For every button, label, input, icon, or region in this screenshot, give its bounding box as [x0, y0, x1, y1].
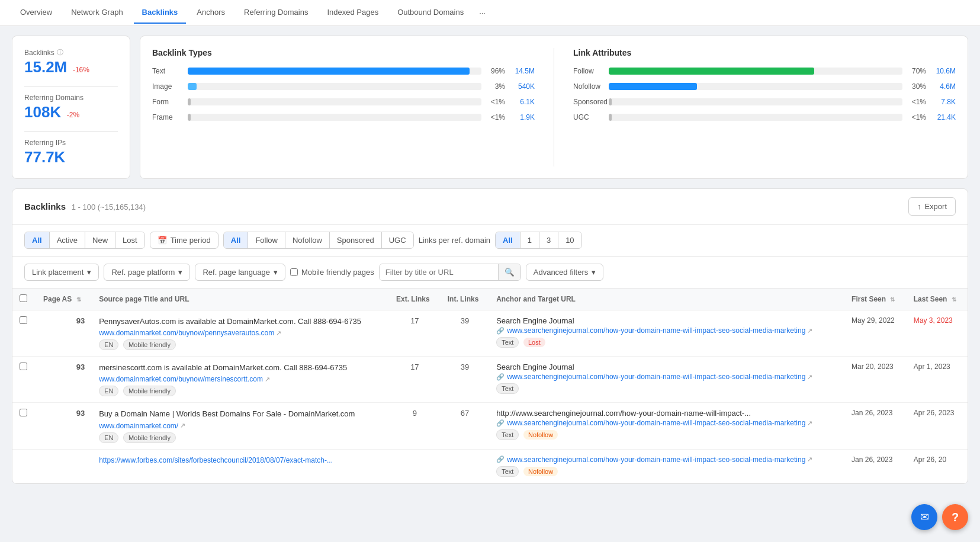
advanced-filters-btn[interactable]: Advanced filters ▾ [526, 264, 604, 281]
search-button[interactable]: 🔍 [498, 264, 520, 280]
backlink-type-image: Image 3% 540K [152, 82, 535, 91]
anchor-tag-text-3: Text [496, 429, 519, 440]
backlinks-change: -16% [73, 66, 89, 74]
external-link-icon-5: ↗ [180, 422, 185, 429]
lpd-filter-group: All 1 3 10 [495, 232, 582, 249]
filters-row-2: Link placement ▾ Ref. page platform ▾ Re… [12, 256, 968, 288]
int-links-4 [441, 449, 489, 483]
backlink-types-section: Backlink Types Text 96% 14.5M Image 3% 5… [152, 48, 535, 166]
nav-item-network-graph[interactable]: Network Graph [63, 2, 131, 24]
anchor-tag-lost-1: Lost [523, 338, 545, 347]
chevron-down-icon-2: ▾ [178, 268, 182, 277]
table-title: Backlinks [24, 201, 66, 211]
source-cell-1: PennysaverAutos.com is available at Doma… [92, 310, 389, 357]
nav-item-referring-domains[interactable]: Referring Domains [236, 2, 316, 24]
anchor-url-3[interactable]: www.searchenginejournal.com/how-your-dom… [507, 419, 812, 427]
lpd-3-btn[interactable]: 3 [539, 232, 558, 248]
time-period-btn[interactable]: 📅 Time period [150, 232, 219, 249]
sort-icon-first: ⇅ [890, 296, 895, 303]
attr-nofollow-btn[interactable]: Nofollow [285, 232, 330, 248]
tag-mobile-2: Mobile friendly [123, 386, 176, 396]
nav-more-button[interactable]: ··· [474, 2, 490, 23]
tag-en-1: EN [99, 339, 118, 350]
tag-en-2: EN [99, 386, 118, 396]
anchor-url-4[interactable]: www.searchenginejournal.com/how-your-dom… [507, 456, 812, 464]
filters-row: All Active New Lost 📅 Time period All Fo… [12, 225, 968, 256]
row-checkbox-1[interactable] [20, 316, 27, 324]
search-wrapper: 🔍 [379, 264, 521, 281]
links-per-domain-label: Links per ref. domain [419, 236, 490, 245]
filter-new-btn[interactable]: New [85, 232, 115, 248]
attr-ugc-btn[interactable]: UGC [382, 232, 413, 248]
search-input[interactable] [380, 264, 498, 280]
sort-icon-last: ⇅ [952, 296, 956, 303]
col-last-seen[interactable]: Last Seen ⇅ [907, 288, 968, 310]
lpd-all-btn[interactable]: All [496, 232, 520, 248]
source-cell-4: https://www.forbes.com/sites/forbestechc… [92, 449, 389, 483]
charts-card: Backlink Types Text 96% 14.5M Image 3% 5… [140, 36, 968, 179]
source-url-3[interactable]: www.domainmarket.com/ ↗ [99, 422, 185, 430]
type-filter-group: All Active New Lost [24, 232, 145, 249]
lpd-1-btn[interactable]: 1 [520, 232, 539, 248]
mobile-friendly-checkbox[interactable] [290, 268, 298, 276]
nav-item-backlinks[interactable]: Backlinks [134, 2, 187, 24]
table-row: 93 PennysaverAutos.com is available at D… [12, 310, 968, 357]
external-link-icon-7: ↗ [807, 456, 812, 463]
attr-sponsored-btn[interactable]: Sponsored [330, 232, 382, 248]
chevron-down-icon: ▾ [87, 268, 91, 277]
ext-links-4 [389, 449, 441, 483]
filter-active-btn[interactable]: Active [50, 232, 85, 248]
nav-item-anchors[interactable]: Anchors [188, 2, 233, 24]
anchor-tag-text-2: Text [496, 383, 519, 394]
last-seen-3: Apr 26, 2023 [907, 403, 968, 449]
export-button[interactable]: ↑ Export [908, 197, 956, 216]
link-placement-dropdown[interactable]: Link placement ▾ [24, 264, 99, 281]
mobile-friendly-checkbox-label[interactable]: Mobile friendly pages [290, 268, 374, 277]
ref-platform-dropdown[interactable]: Ref. page platform ▾ [104, 264, 190, 281]
external-link-icon-3: ↗ [265, 376, 270, 383]
anchor-cell-2: Search Engine Journal 🔗 www.searchengine… [489, 357, 844, 403]
row-checkbox-3[interactable] [20, 409, 27, 416]
last-seen-2: Apr 1, 2023 [907, 357, 968, 403]
export-label: Export [924, 202, 947, 211]
source-url-2[interactable]: www.domainmarket.com/buynow/mersinescort… [99, 375, 270, 383]
backlink-types-title: Backlink Types [152, 48, 535, 57]
lpd-10-btn[interactable]: 10 [558, 232, 581, 248]
filter-lost-btn[interactable]: Lost [115, 232, 144, 248]
last-seen-4: Apr 26, 20 [907, 449, 968, 483]
attr-follow-btn[interactable]: Follow [248, 232, 285, 248]
col-page-as[interactable]: Page AS ⇅ [36, 288, 92, 310]
referring-domains-value: 108K [24, 103, 61, 121]
int-links-3: 67 [441, 403, 489, 449]
nav-item-overview[interactable]: Overview [12, 2, 60, 24]
backlinks-table-card: Backlinks 1 - 100 (~15,165,134) ↑ Export… [12, 188, 968, 484]
anchor-tag-nofollow-4: Nofollow [523, 467, 558, 476]
attr-all-btn[interactable]: All [224, 232, 249, 248]
select-all-checkbox[interactable] [20, 294, 27, 302]
nav-item-indexed-pages[interactable]: Indexed Pages [319, 2, 387, 24]
chevron-down-icon-3: ▾ [274, 268, 278, 277]
anchor-url-2[interactable]: www.searchenginejournal.com/how-your-dom… [507, 373, 812, 381]
info-icon[interactable]: ⓘ [57, 48, 63, 57]
backlink-type-form: Form <1% 6.1K [152, 98, 535, 106]
ref-language-dropdown[interactable]: Ref. page language ▾ [195, 264, 285, 281]
backlinks-data-table: Page AS ⇅ Source page Title and URL Ext.… [12, 288, 968, 483]
page-as-2: 93 [36, 357, 92, 403]
tag-en-3: EN [99, 432, 118, 443]
nav-item-outbound-domains[interactable]: Outbound Domains [389, 2, 472, 24]
external-link-icon-4: ↗ [807, 373, 812, 381]
ext-links-1: 17 [389, 310, 441, 357]
source-url-4[interactable]: https://www.forbes.com/sites/forbestechc… [99, 456, 333, 464]
row-checkbox-2[interactable] [20, 363, 27, 370]
col-first-seen[interactable]: First Seen ⇅ [844, 288, 907, 310]
shield-icon-1: 🔗 [496, 327, 505, 335]
link-attr-ugc: UGC <1% 21.4K [573, 113, 956, 121]
anchor-cell-4: 🔗 www.searchenginejournal.com/how-your-d… [489, 449, 844, 483]
external-link-icon-2: ↗ [807, 327, 812, 335]
filter-all-btn[interactable]: All [25, 232, 50, 248]
source-url-1[interactable]: www.domainmarket.com/buynow/pennysaverau… [99, 329, 281, 337]
anchor-url-1[interactable]: www.searchenginejournal.com/how-your-dom… [507, 326, 812, 335]
col-anchor: Anchor and Target URL [489, 288, 844, 310]
backlink-type-frame: Frame <1% 1.9K [152, 113, 535, 121]
search-icon: 🔍 [505, 268, 515, 277]
